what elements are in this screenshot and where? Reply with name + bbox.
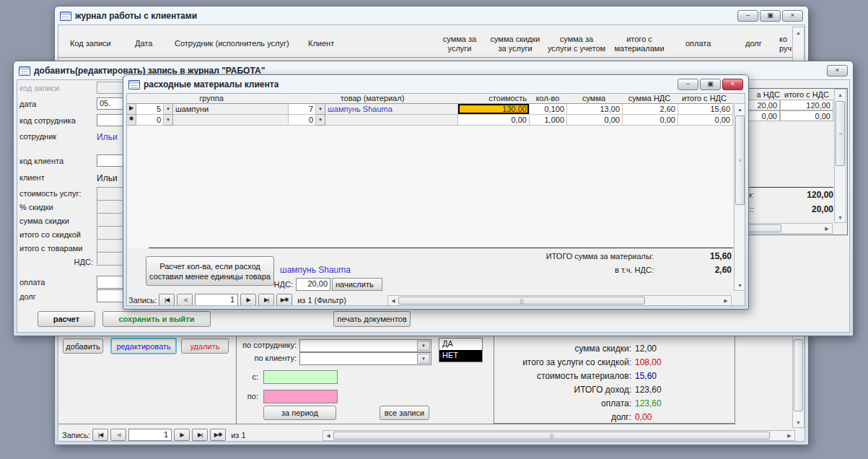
product-cell[interactable]: шампунь Shauma [325, 104, 458, 115]
nav-next-icon[interactable]: ▶ [240, 294, 256, 306]
scroll-down-icon[interactable]: ▼ [794, 418, 803, 427]
sum-cell[interactable]: 0,00 [567, 115, 623, 126]
nav-last-icon[interactable]: ▶| [258, 294, 274, 306]
col-header-record-code: Код записи [70, 39, 111, 48]
materials-titlebar[interactable]: расходные материалы клиента – ▣ × [126, 76, 745, 92]
date-to-field[interactable] [263, 390, 338, 403]
product-code-cell[interactable]: 7 [289, 104, 316, 115]
calc-quantity-button[interactable]: Расчет кол-ва, если расход составил мене… [146, 256, 274, 286]
nav-first-icon[interactable]: |◀ [159, 294, 175, 306]
nav-new-icon[interactable]: ▶✱ [210, 429, 226, 441]
delete-button[interactable]: удалить [181, 338, 229, 354]
scroll-up-icon[interactable]: ▲ [735, 105, 745, 113]
by-client-combobox[interactable]: ▼ [299, 352, 431, 365]
discount-pct-label: % скидки [19, 203, 53, 211]
chevron-down-icon[interactable]: ▼ [164, 115, 173, 126]
scroll-thumb[interactable] [794, 339, 803, 411]
current-record-input[interactable]: 1 [195, 294, 238, 306]
client-label: клиент [19, 173, 45, 182]
nav-prev-icon[interactable]: ◀ [110, 429, 126, 441]
scroll-down-icon[interactable]: ▼ [836, 213, 845, 222]
chevron-down-icon[interactable]: ▼ [417, 354, 430, 364]
group-cell[interactable] [173, 115, 289, 126]
cost-cell-selected[interactable]: 130,00 [458, 104, 530, 115]
date-from-field[interactable] [263, 370, 338, 384]
scroll-thumb[interactable]: ||| [398, 297, 645, 305]
add-button[interactable]: добавить [63, 338, 103, 354]
period-button[interactable]: за период [263, 406, 336, 420]
restore-icon[interactable]: ▣ [700, 79, 721, 90]
discount-sum-label: сумма скидки [19, 217, 69, 225]
scroll-up-icon[interactable]: ▲ [836, 90, 845, 99]
option-no-selected[interactable]: НЕТ [439, 350, 482, 362]
scroll-right-icon[interactable]: ▶ [785, 432, 794, 440]
product-code-cell[interactable]: 0 [289, 115, 316, 126]
scroll-up-icon[interactable]: ▲ [794, 28, 803, 37]
nav-first-icon[interactable]: |◀ [92, 429, 108, 441]
all-records-button[interactable]: все записи [380, 406, 429, 420]
scroll-right-icon[interactable]: ▶ [722, 297, 730, 305]
restore-icon[interactable]: ▣ [760, 10, 781, 22]
grid-header-total: итого с НДС [673, 94, 735, 102]
qty-cell[interactable]: 0,100 [530, 104, 567, 115]
grid-header-group: группа [168, 94, 255, 102]
journal-title: журнал работы с клиентами [75, 11, 197, 21]
scroll-thumb[interactable]: ||| [333, 432, 770, 440]
debt-label: долг: [497, 412, 631, 422]
cost-cell[interactable]: 0,00 [458, 115, 530, 126]
close-icon[interactable]: × [722, 79, 743, 90]
current-record-input[interactable]: 1 [128, 429, 172, 441]
new-row-icon[interactable]: ✱ [127, 115, 136, 126]
current-row-icon[interactable]: ▶ [127, 104, 136, 115]
qty-cell[interactable]: 1,000 [530, 115, 567, 126]
materials-v-scrollbar[interactable]: ▲ ≡ ▼ [734, 103, 745, 291]
nav-new-icon[interactable]: ▶✱ [276, 294, 292, 306]
scroll-down-icon[interactable]: ▼ [735, 281, 745, 289]
close-icon[interactable]: × [827, 65, 848, 76]
detail-area [127, 126, 733, 248]
chevron-down-icon[interactable]: ▼ [417, 341, 430, 351]
sum-cell[interactable]: 13,00 [567, 104, 623, 115]
services-cell-total[interactable]: 120,00 [780, 100, 833, 110]
nav-prev-icon[interactable]: ◀ [177, 294, 193, 306]
vat-rate-input[interactable]: 20,00 [296, 278, 330, 291]
total-cell[interactable]: 15,60 [678, 104, 733, 115]
nav-last-icon[interactable]: ▶| [192, 429, 208, 441]
edit-button[interactable]: редактировать [110, 338, 177, 354]
journal-titlebar[interactable]: журнал работы с клиентами – ▣ × [58, 8, 805, 24]
client-code-label: код клиента [19, 157, 63, 165]
services-cell-total[interactable]: 0,00 [780, 110, 833, 121]
total-cell[interactable]: 0,00 [678, 115, 733, 126]
chevron-down-icon[interactable]: ▼ [164, 104, 173, 115]
option-yes[interactable]: ДА [439, 338, 482, 350]
services-sum-value: 120,00 [761, 190, 833, 200]
group-code-cell[interactable]: 5 [136, 104, 164, 115]
print-documents-button[interactable]: печать документов [333, 311, 411, 327]
vat-cell[interactable]: 2,60 [623, 104, 678, 115]
minimize-icon[interactable]: – [678, 79, 698, 90]
product-cell[interactable] [325, 115, 458, 126]
nav-next-icon[interactable]: ▶ [174, 429, 190, 441]
discount-sum-label: сумма скидки: [497, 344, 631, 354]
scroll-left-icon[interactable]: ◀ [389, 297, 398, 305]
by-employee-combobox[interactable]: ▼ [299, 339, 431, 352]
journal-h-scrollbar[interactable]: ◀ ||| ▶ [323, 430, 795, 441]
chevron-down-icon[interactable]: ▼ [316, 115, 325, 126]
scroll-right-icon[interactable]: ▶ [823, 224, 831, 232]
grid-header-vat: сумма НДС [621, 94, 678, 102]
materials-cost-value: 15,60 [635, 371, 657, 381]
scroll-thumb[interactable]: ≡ [735, 115, 745, 205]
group-cell[interactable]: шампуни [173, 104, 289, 115]
minimize-icon[interactable]: – [737, 10, 758, 22]
calculate-button[interactable]: расчет [38, 311, 95, 327]
services-v-scrollbar[interactable]: ▲ ≡ ▼ [834, 89, 846, 223]
scroll-left-icon[interactable]: ◀ [324, 432, 333, 440]
save-exit-button[interactable]: сохранить и выйти [102, 311, 211, 327]
accrue-vat-button[interactable]: начислить [332, 278, 382, 291]
group-code-cell[interactable]: 0 [136, 115, 164, 126]
close-icon[interactable]: × [782, 10, 803, 22]
vat-cell[interactable]: 0,00 [623, 115, 678, 126]
scroll-thumb[interactable]: ≡ [836, 101, 845, 166]
chevron-down-icon[interactable]: ▼ [316, 104, 325, 115]
materials-h-scrollbar[interactable]: ◀ ||| ▶ [387, 295, 732, 306]
